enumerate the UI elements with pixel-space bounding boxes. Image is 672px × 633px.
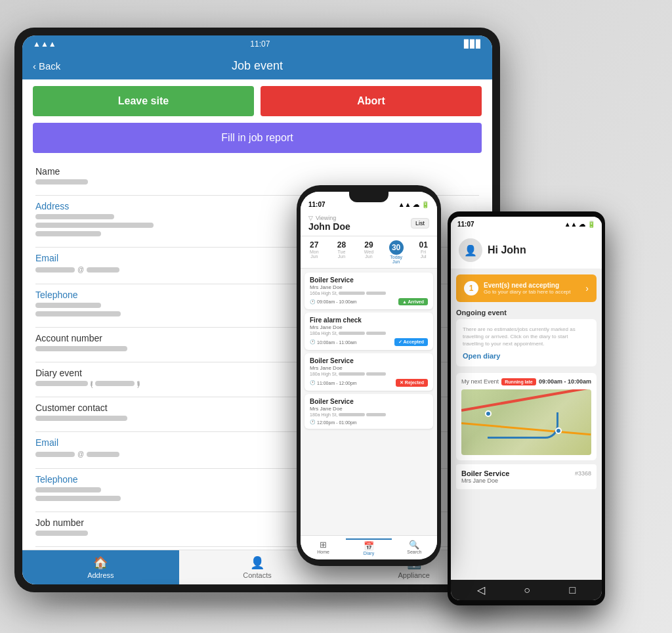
back-label: Back — [39, 60, 60, 72]
pr-next-event-card: My next Event Running late 09:00am - 10:… — [456, 373, 597, 460]
address-icon: 🏠 — [93, 556, 108, 570]
pm-event-3-title: Boiler Service — [310, 357, 428, 364]
pr-avatar: 👤 — [459, 238, 482, 262]
field-name: Name — [35, 166, 479, 185]
nav-title: Job event — [232, 59, 283, 73]
scene: ▲▲▲ 11:07 ▊▊▊ ‹ Back Job event Leave sit… — [14, 14, 658, 619]
battery-icon: ▊▊▊ — [464, 39, 482, 49]
pr-map-route — [488, 412, 559, 439]
pm-event-1-footer: 🕐 09:00am - 10:00am ▲ Arrived — [310, 298, 428, 305]
pr-banner-title: Event(s) need accepting — [484, 282, 585, 289]
pm-event-2-person: Mrs Jane Doe — [310, 324, 428, 330]
tablet-action-row: Leave site Abort — [22, 79, 492, 123]
pr-map-dest-dot — [555, 427, 562, 434]
tablet-nav-bar: ‹ Back Job event — [22, 53, 492, 79]
pm-event-1[interactable]: Boiler Service Mrs Jane Doe 160a High St… — [304, 273, 433, 309]
pm-event-1-badge: ▲ Arrived — [398, 298, 428, 305]
pm-event-4-title: Boiler Service — [310, 398, 428, 405]
pr-status-bar: 11:07 ▲▲ ☁ 🔋 — [451, 217, 602, 232]
phone-right-screen: 11:07 ▲▲ ☁ 🔋 👤 Hi John 1 Event(s) need a… — [451, 217, 602, 600]
field-job-number-value — [35, 531, 88, 536]
clock-icon-3: 🕐 — [310, 380, 316, 385]
pr-ongoing-title: Ongoing event — [456, 309, 597, 316]
contacts-icon: 👤 — [250, 556, 264, 570]
pr-event-info-card: Boiler Service #3368 Mrs Jane Doe — [456, 464, 597, 489]
phone-middle-screen: 11:07 ▲▲ ☁ 🔋 ▽ Viewing John Doe List — [301, 192, 437, 559]
pr-ongoing-text: There are no estimates/jobs currently ma… — [463, 326, 590, 348]
pr-time: 11:07 — [457, 221, 474, 228]
clock-icon-2: 🕐 — [310, 339, 316, 345]
pr-nav-recent-icon[interactable]: □ — [570, 584, 576, 596]
pm-event-1-person: Mrs Jane Doe — [310, 284, 428, 290]
phone-middle-signal: ▲▲ ☁ 🔋 — [398, 201, 429, 208]
clock-icon-4: 🕐 — [310, 420, 316, 425]
phone-middle-time: 11:07 — [308, 201, 326, 208]
abort-button[interactable]: Abort — [261, 86, 482, 116]
pr-event-row: Boiler Service #3368 — [461, 469, 591, 477]
pm-event-2-title: Fire alarm check — [310, 316, 428, 324]
leave-site-button[interactable]: Leave site — [33, 86, 254, 116]
pm-event-2[interactable]: Fire alarm check Mrs Jane Doe 180a High … — [304, 313, 433, 350]
pm-event-2-badge: ✓ Accepted — [394, 338, 428, 346]
pm-event-3-footer: 🕐 11:00am - 12:00pm ✕ Rejected — [310, 379, 428, 387]
tablet-status-bar: ▲▲▲ 11:07 ▊▊▊ — [22, 35, 492, 53]
pr-phone-nav: ◁ ○ □ — [451, 580, 602, 600]
pr-nav-back-icon[interactable]: ◁ — [477, 584, 485, 596]
fill-report-button[interactable]: Fill in job report — [33, 123, 482, 153]
pm-list-button[interactable]: List — [411, 218, 429, 229]
phone-right-device: 11:07 ▲▲ ☁ 🔋 👤 Hi John 1 Event(s) need a… — [448, 211, 605, 605]
pm-date-28[interactable]: 28 Tue Jun — [328, 240, 356, 264]
tab-address[interactable]: 🏠 Address — [22, 550, 179, 584]
pm-event-4-footer: 🕐 12:00pm - 01:00pm — [310, 420, 428, 425]
avatar-icon: 👤 — [464, 244, 477, 257]
back-button[interactable]: ‹ Back — [33, 60, 60, 72]
phone-middle-device: 11:07 ▲▲ ☁ 🔋 ▽ Viewing John Doe List — [297, 185, 441, 566]
phone-notch — [349, 192, 388, 202]
field-customer-contact-value — [35, 416, 127, 421]
pr-nav-home-icon[interactable]: ○ — [524, 584, 530, 596]
pm-date-27[interactable]: 27 Mon Jun — [301, 240, 328, 264]
pr-greeting: Hi John — [488, 244, 526, 256]
pr-running-late-badge: Running late — [501, 378, 536, 385]
open-diary-link[interactable]: Open diary — [463, 352, 590, 360]
pm-event-4-person: Mrs Jane Doe — [310, 406, 428, 412]
pr-banner-count: 1 — [464, 281, 478, 295]
pm-event-4-addr: 180a High St, — [310, 412, 428, 417]
pm-event-3[interactable]: Boiler Service Mrs Jane Doe 180a High St… — [304, 353, 433, 391]
pr-next-header: My next Event Running late 09:00am - 10:… — [461, 378, 591, 385]
pm-events-list: Boiler Service Mrs Jane Doe 160a High St… — [301, 269, 437, 535]
pm-event-3-person: Mrs Jane Doe — [310, 365, 428, 371]
pr-banner-arrow-icon: › — [585, 283, 589, 294]
back-chevron-icon: ‹ — [33, 60, 36, 72]
pm-customer-name: John Doe — [308, 221, 350, 232]
viewing-icon: ▽ — [308, 215, 313, 221]
home-icon: ⊞ — [320, 540, 327, 550]
pr-ongoing-card: There are no estimates/jobs currently ma… — [456, 319, 597, 366]
pm-date-nav: 27 Mon Jun 28 Tue Jun 29 Wed Jun 30 Toda… — [301, 236, 437, 269]
pm-header: ▽ Viewing John Doe List — [301, 211, 437, 236]
pr-content: 1 Event(s) need accepting Go to your dia… — [451, 269, 602, 580]
pm-date-29[interactable]: 29 Wed Jun — [355, 240, 383, 264]
pm-nav-home[interactable]: ⊞ Home — [301, 538, 346, 557]
wifi-icon: ▲▲▲ — [33, 39, 56, 49]
diary-icon: 📅 — [364, 541, 374, 551]
pr-next-time: 09:00am - 10:00am — [539, 378, 591, 385]
pm-event-4[interactable]: Boiler Service Mrs Jane Doe 180a High St… — [304, 394, 433, 429]
pm-date-01[interactable]: 01 Fri Jul — [410, 240, 437, 264]
pm-event-1-addr: 160a High St, — [310, 291, 428, 295]
pr-event-id: #3368 — [575, 470, 591, 477]
pr-map-origin-dot — [485, 410, 492, 417]
field-name-value — [35, 179, 88, 185]
pm-event-3-badge: ✕ Rejected — [396, 379, 428, 387]
pr-signal-icons: ▲▲ ☁ 🔋 — [564, 221, 595, 228]
pm-bottom-nav: ⊞ Home 📅 Diary 🔍 Search — [301, 535, 437, 559]
pm-event-1-title: Boiler Service — [310, 276, 428, 284]
pm-nav-diary[interactable]: 📅 Diary — [346, 538, 391, 557]
pm-nav-search[interactable]: 🔍 Search — [392, 538, 437, 557]
search-icon: 🔍 — [409, 540, 419, 550]
field-account-value — [35, 346, 127, 351]
pr-accept-banner[interactable]: 1 Event(s) need accepting Go to your dia… — [456, 274, 597, 302]
pm-date-30[interactable]: 30 Today Jun — [383, 240, 410, 264]
tablet-time: 11:07 — [250, 39, 270, 49]
pr-map — [461, 389, 591, 455]
